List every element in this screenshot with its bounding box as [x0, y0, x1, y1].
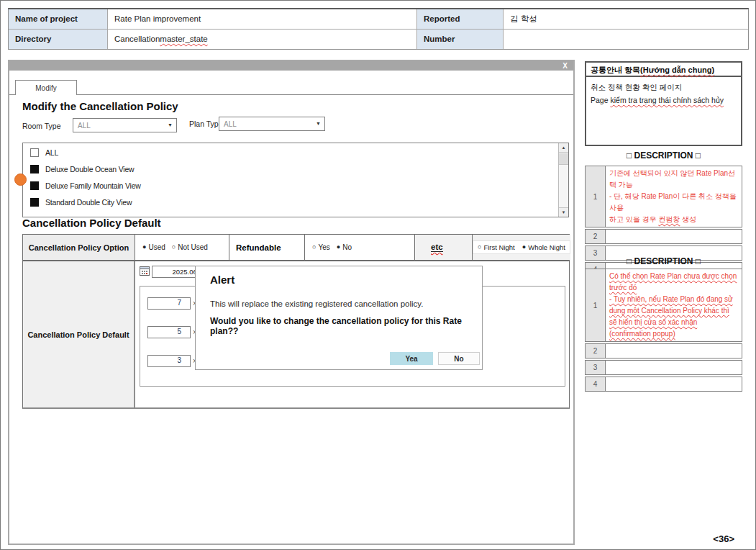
tab-modify[interactable]: Modify: [15, 80, 77, 95]
policy-option-header: Cancellation Policy Option: [23, 235, 135, 260]
radio-off-icon: ○: [478, 244, 481, 251]
policy-option-table: Cancellation Policy Option ● Used ○ Not …: [22, 234, 570, 261]
page-title: Modify the Cancellation Policy: [22, 100, 178, 112]
scroll-down-icon[interactable]: ▼: [559, 207, 568, 217]
radio-on-icon: ●: [142, 244, 146, 251]
table-row: 2: [585, 229, 742, 244]
common-guide-box: 공통안내 항목(Hướng dẫn chung) 취소 정책 현황 확인 페이지…: [585, 61, 742, 146]
list-item-deluxe-double-ocean-view[interactable]: Deluxe Double Ocean View: [30, 164, 134, 174]
description-2-table: 1 Có thể chọn Rate Plan chưa được chọn t…: [585, 269, 742, 393]
number-label: Number: [417, 30, 504, 50]
panel-titlebar: X: [9, 61, 573, 71]
alert-message: This will replace the existing registere…: [210, 299, 423, 308]
days-input-3[interactable]: 3: [147, 355, 191, 367]
checkbox-unchecked-icon: [30, 148, 39, 157]
table-row: 1 기존에 선택되어 있지 않던 Rate Plan선택 가능 - 단, 해당 …: [585, 166, 742, 227]
yea-button[interactable]: Yea: [390, 352, 433, 365]
scrollbar[interactable]: ▲ ▼: [558, 143, 568, 217]
radio-off-icon: ○: [172, 244, 176, 251]
common-guide-title: 공통안내 항목(Hướng dẫn chung): [586, 63, 741, 77]
radio-not-used[interactable]: ○ Not Used: [172, 243, 208, 251]
name-of-project-label: Name of project: [9, 9, 108, 30]
list-item-standard-double-city-view[interactable]: Standard Double City View: [30, 197, 132, 207]
directory-label: Directory: [9, 30, 108, 50]
checkbox-checked-icon: [30, 181, 39, 190]
table-row: 3: [585, 360, 742, 375]
alert-dialog: Alert This will replace the existing reg…: [195, 266, 483, 370]
directory-value: Cancellation master_state: [108, 30, 417, 50]
room-type-list: ALL Deluxe Double Ocean View Deluxe Fami…: [22, 143, 569, 217]
checkbox-checked-icon: [30, 165, 39, 173]
radio-yes[interactable]: ○ Yes: [312, 243, 330, 251]
page-number: <36>: [691, 533, 734, 544]
scroll-up-icon[interactable]: ▲: [559, 143, 568, 153]
no-button[interactable]: No: [438, 352, 480, 365]
checkbox-checked-icon: [30, 198, 39, 207]
chevron-down-icon: ▼: [316, 121, 321, 126]
days-input-2[interactable]: 5: [147, 326, 191, 338]
radio-used[interactable]: ● Used: [142, 243, 165, 251]
room-type-select[interactable]: ALL ▼: [73, 118, 177, 132]
room-type-label: Room Type: [22, 122, 61, 130]
policy-default-header: Cancellation Policy Default: [23, 261, 135, 407]
radio-on-icon: ●: [337, 244, 340, 251]
number-value: [504, 30, 748, 50]
table-row: 2: [585, 343, 742, 359]
description-1-header: □ DESCRIPTION □: [585, 150, 742, 161]
alert-title: Alert: [210, 274, 234, 286]
table-row: 4: [585, 377, 742, 392]
radio-off-icon: ○: [312, 244, 316, 251]
night-radio-group: ○ First Night ● Whole Night: [473, 240, 570, 254]
list-item-all[interactable]: ALL: [30, 148, 58, 158]
radio-first-night[interactable]: ○ First Night: [478, 243, 515, 251]
section-title: Cancellation Policy Default: [22, 217, 161, 229]
plan-type-select[interactable]: ALL ▼: [219, 117, 325, 131]
close-icon[interactable]: X: [563, 61, 568, 71]
reported-value: 김 학성: [504, 9, 748, 30]
project-info-table: Name of project Rate Plan improvement Re…: [8, 8, 749, 50]
calendar-icon[interactable]: [140, 266, 150, 279]
callout-marker-1: [14, 173, 27, 186]
plan-type-label: Plan Type: [189, 120, 223, 128]
chevron-down-icon: ▼: [168, 122, 173, 127]
tab-divider: [9, 94, 573, 95]
radio-no[interactable]: ● No: [337, 243, 352, 251]
scrollbar-thumb[interactable]: [559, 153, 568, 165]
refundable-header: Refundable: [229, 235, 305, 260]
table-row: 1 Có thể chọn Rate Plan chưa được chọn t…: [585, 269, 742, 342]
reported-label: Reported: [417, 9, 504, 30]
radio-whole-night[interactable]: ● Whole Night: [522, 243, 565, 251]
days-input-1[interactable]: 7: [147, 297, 191, 310]
list-item-deluxe-family-mountain-view[interactable]: Deluxe Family Mountain View: [30, 181, 141, 191]
document-page: Name of project Rate Plan improvement Re…: [0, 0, 756, 550]
description-2-header: □ DESCRIPTION □: [585, 256, 742, 266]
common-guide-text: 취소 정책 현황 확인 페이지 Page kiểm tra trạng thái…: [586, 77, 741, 111]
alert-question: Would you like to change the cancellatio…: [210, 316, 482, 336]
name-of-project-value: Rate Plan improvement: [108, 9, 417, 30]
etc-header: etc: [431, 243, 443, 252]
radio-on-icon: ●: [522, 244, 526, 251]
